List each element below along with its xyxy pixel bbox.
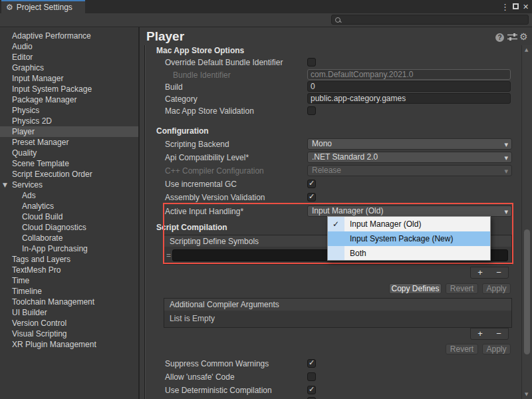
add-button[interactable]: + xyxy=(471,267,489,278)
close-icon[interactable]: ✕ xyxy=(523,3,529,11)
assembly-validation-checkbox[interactable]: ✓ xyxy=(307,193,316,201)
sidebar-item-preset-manager[interactable]: Preset Manager xyxy=(0,137,138,148)
search-input[interactable] xyxy=(343,15,519,25)
revert-button: Revert xyxy=(446,344,478,354)
revert-button: Revert xyxy=(446,283,478,294)
sidebar-item-tags-and-layers[interactable]: Tags and Layers xyxy=(0,254,138,265)
gear-icon[interactable]: ⚙ xyxy=(519,31,528,42)
sidebar-item-player[interactable]: Player xyxy=(0,126,138,137)
sidebar-item-quality[interactable]: Quality xyxy=(0,148,138,158)
sidebar-item-ui-builder[interactable]: UI Builder xyxy=(0,307,138,318)
deterministic-checkbox[interactable]: ✓ xyxy=(307,386,316,394)
menu-item-input-system-package-new[interactable]: Input System Package (New) xyxy=(328,231,490,246)
help-icon[interactable]: ? xyxy=(495,33,504,42)
incremental-gc-label: Use incremental GC xyxy=(165,179,237,190)
sidebar-item-in-app-purchasing[interactable]: In-App Purchasing xyxy=(0,243,138,254)
menu-item-input-manager-old[interactable]: ✓ Input Manager (Old) xyxy=(328,217,490,231)
menu-item-both[interactable]: Both xyxy=(328,246,490,261)
menu-item-label: Input System Package (New) xyxy=(350,234,453,243)
content-left-edge-highlight xyxy=(145,45,146,399)
suppress-warnings-checkbox[interactable]: ✓ xyxy=(307,359,316,368)
sidebar-item-graphics[interactable]: Graphics xyxy=(0,63,138,73)
checkmark-icon: ✓ xyxy=(309,358,315,367)
sidebar-item-analytics[interactable]: Analytics xyxy=(0,201,138,211)
cpp-config-label: C++ Compiler Configuration xyxy=(165,166,264,176)
sidebar-item-ads[interactable]: Ads xyxy=(0,190,138,201)
preset-icon[interactable] xyxy=(507,33,517,41)
copy-defines-button[interactable]: Copy Defines xyxy=(389,283,442,294)
vertical-scrollbar[interactable]: ▲ ▼ xyxy=(521,45,532,399)
scripting-backend-dropdown[interactable]: Mono ▾ xyxy=(307,138,512,150)
sidebar-item-timeline[interactable]: Timeline xyxy=(0,286,138,297)
kebab-menu-icon[interactable]: ⋮ xyxy=(501,2,509,12)
remove-button[interactable]: − xyxy=(489,267,508,278)
sidebar-item-physics[interactable]: Physics xyxy=(0,105,138,116)
tab-project-settings[interactable]: ⚙ Project Settings xyxy=(1,0,85,13)
active-input-handling-menu: ✓ Input Manager (Old) Input System Packa… xyxy=(327,216,491,261)
sidebar-divider[interactable] xyxy=(138,27,140,399)
category-field[interactable]: public.app-category.games xyxy=(307,93,511,104)
allow-unsafe-checkbox[interactable] xyxy=(307,372,316,381)
category-label: Category xyxy=(165,94,198,104)
sidebar-item-input-system-package[interactable]: Input System Package xyxy=(0,84,138,94)
chevron-down-icon: ▾ xyxy=(504,166,508,176)
sidebar-item-collaborate[interactable]: Collaborate xyxy=(0,233,138,243)
scrollbar-thumb[interactable] xyxy=(524,229,530,354)
menu-item-label: Input Manager (Old) xyxy=(350,219,421,229)
deterministic-label: Use Deterministic Compilation xyxy=(165,385,272,396)
maximize-icon[interactable] xyxy=(513,3,519,9)
sidebar-item-cloud-build[interactable]: Cloud Build xyxy=(0,211,138,222)
scroll-up-icon[interactable]: ▲ xyxy=(525,47,528,53)
incremental-gc-checkbox[interactable]: ✓ xyxy=(307,180,316,188)
sidebar-item-time[interactable]: Time xyxy=(0,275,138,286)
sidebar-item-package-manager[interactable]: Package Manager xyxy=(0,94,138,105)
page-title: Player xyxy=(146,29,184,44)
tab-strip: ⚙ Project Settings ⋮ ✕ xyxy=(0,0,532,13)
section-header-script-compilation: Script Compilation xyxy=(156,223,227,232)
search-icon xyxy=(335,17,340,23)
bundle-identifier-field: com.DefaultCompany.2021.0 xyxy=(307,69,511,80)
sidebar-item-services[interactable]: ▼ Services xyxy=(0,180,138,190)
checkmark-icon: ✓ xyxy=(332,217,339,231)
sidebar-item-xr-plugin-management[interactable]: XR Plugin Management xyxy=(0,339,138,350)
tab-title: Project Settings xyxy=(17,3,72,12)
scripting-backend-label: Scripting Backend xyxy=(165,139,229,150)
bundle-identifier-label: Bundle Identifier xyxy=(173,70,231,80)
sidebar-item-adaptive-performance[interactable]: Adaptive Performance xyxy=(0,31,138,41)
override-bundle-label: Override Default Bundle Identifier xyxy=(165,57,283,68)
mac-validation-checkbox[interactable] xyxy=(307,106,316,115)
reorder-handle-icon[interactable]: = xyxy=(166,251,171,260)
dropdown-value: .NET Standard 2.0 xyxy=(312,152,378,162)
checkmark-icon: ✓ xyxy=(309,179,315,188)
dropdown-value: Mono xyxy=(312,139,332,148)
search-box[interactable] xyxy=(331,15,529,25)
sidebar-item-scene-template[interactable]: Scene Template xyxy=(0,158,138,169)
sidebar-item-script-execution-order[interactable]: Script Execution Order xyxy=(0,169,138,180)
checkmark-icon: ✓ xyxy=(309,192,315,201)
compiler-arguments-header: Additional Compiler Arguments xyxy=(164,298,512,311)
project-settings-window: ⚙ Project Settings ⋮ ✕ Adaptive Performa… xyxy=(0,0,532,399)
chevron-down-icon: ▾ xyxy=(504,140,508,150)
section-header-mac-app-store: Mac App Store Options xyxy=(156,46,244,55)
override-bundle-checkbox[interactable] xyxy=(307,58,316,66)
remove-button[interactable]: − xyxy=(489,329,508,339)
sidebar-item-input-manager[interactable]: Input Manager xyxy=(0,73,138,84)
sidebar-item-textmesh-pro[interactable]: TextMesh Pro xyxy=(0,265,138,275)
active-input-handling-dropdown[interactable]: Input Manager (Old) ▾ xyxy=(307,205,512,217)
sidebar-item-toolchain-management[interactable]: Toolchain Management xyxy=(0,297,138,307)
scroll-down-icon[interactable]: ▼ xyxy=(525,392,528,397)
build-label: Build xyxy=(165,82,183,92)
sidebar-item-physics-2d[interactable]: Physics 2D xyxy=(0,116,138,126)
chevron-down-icon: ▾ xyxy=(504,207,508,217)
sidebar-item-label: Services xyxy=(12,180,43,190)
add-button[interactable]: + xyxy=(471,329,489,339)
sidebar-item-cloud-diagnostics[interactable]: Cloud Diagnostics xyxy=(0,222,138,233)
sidebar-item-version-control[interactable]: Version Control xyxy=(0,318,138,329)
foldout-expanded-icon[interactable]: ▼ xyxy=(3,180,7,190)
api-compat-dropdown[interactable]: .NET Standard 2.0 ▾ xyxy=(307,152,512,163)
sidebar-item-visual-scripting[interactable]: Visual Scripting xyxy=(0,329,138,339)
build-field[interactable]: 0 xyxy=(307,81,511,92)
gear-icon: ⚙ xyxy=(6,3,13,12)
sidebar-item-editor[interactable]: Editor xyxy=(0,52,138,63)
sidebar-item-audio[interactable]: Audio xyxy=(0,41,138,52)
